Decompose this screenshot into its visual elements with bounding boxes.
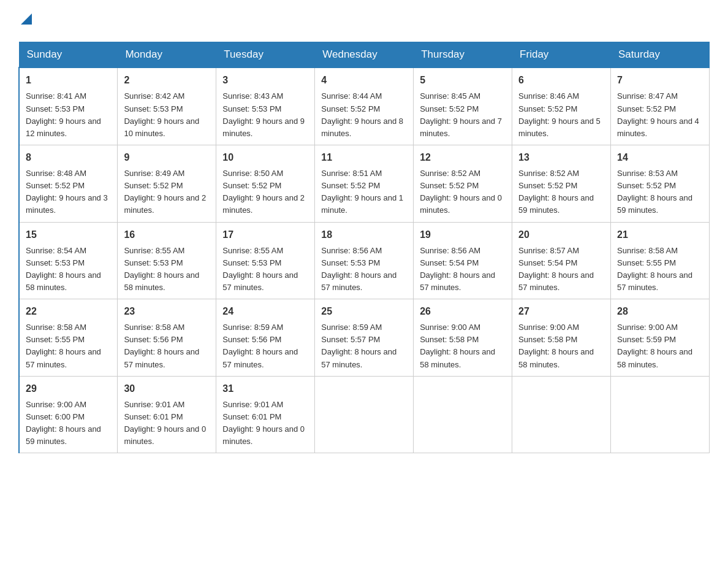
day-info: Sunrise: 8:53 AM Sunset: 5:52 PM Dayligh… xyxy=(617,167,703,217)
day-number: 17 xyxy=(222,228,308,242)
day-number: 12 xyxy=(420,150,506,165)
calendar-week-row: 15 Sunrise: 8:54 AM Sunset: 5:53 PM Dayl… xyxy=(19,222,710,299)
day-number: 19 xyxy=(420,228,506,242)
day-info: Sunrise: 8:58 AM Sunset: 5:55 PM Dayligh… xyxy=(617,245,703,294)
calendar-day-cell: 13 Sunrise: 8:52 AM Sunset: 5:52 PM Dayl… xyxy=(512,145,611,222)
calendar-day-cell: 12 Sunrise: 8:52 AM Sunset: 5:52 PM Dayl… xyxy=(414,145,512,222)
day-number: 16 xyxy=(124,228,210,242)
day-number: 21 xyxy=(617,228,703,242)
calendar-body: 1 Sunrise: 8:41 AM Sunset: 5:53 PM Dayli… xyxy=(19,67,710,453)
day-info: Sunrise: 8:48 AM Sunset: 5:52 PM Dayligh… xyxy=(26,167,111,217)
calendar-day-cell: 2 Sunrise: 8:42 AM Sunset: 5:53 PM Dayli… xyxy=(118,67,216,145)
day-number: 27 xyxy=(518,304,604,319)
calendar-day-cell: 22 Sunrise: 8:58 AM Sunset: 5:55 PM Dayl… xyxy=(19,299,118,377)
header-friday: Friday xyxy=(512,42,611,68)
calendar-day-cell: 17 Sunrise: 8:55 AM Sunset: 5:53 PM Dayl… xyxy=(216,222,315,299)
calendar-day-cell: 19 Sunrise: 8:56 AM Sunset: 5:54 PM Dayl… xyxy=(414,222,512,299)
page-header xyxy=(18,12,710,29)
calendar-week-row: 1 Sunrise: 8:41 AM Sunset: 5:53 PM Dayli… xyxy=(19,67,710,145)
header-thursday: Thursday xyxy=(414,42,512,68)
weekday-header-row: Sunday Monday Tuesday Wednesday Thursday… xyxy=(19,42,710,68)
header-monday: Monday xyxy=(118,42,216,68)
calendar-day-cell: 21 Sunrise: 8:58 AM Sunset: 5:55 PM Dayl… xyxy=(611,222,710,299)
day-number: 23 xyxy=(124,304,210,319)
calendar-day-cell: 4 Sunrise: 8:44 AM Sunset: 5:52 PM Dayli… xyxy=(315,67,414,145)
day-info: Sunrise: 8:45 AM Sunset: 5:52 PM Dayligh… xyxy=(420,90,506,140)
calendar-day-cell: 28 Sunrise: 9:00 AM Sunset: 5:59 PM Dayl… xyxy=(611,299,710,377)
day-number: 7 xyxy=(617,73,703,88)
day-number: 24 xyxy=(222,304,308,319)
calendar-day-cell: 10 Sunrise: 8:50 AM Sunset: 5:52 PM Dayl… xyxy=(216,145,315,222)
day-number: 8 xyxy=(26,150,111,165)
calendar-day-cell: 30 Sunrise: 9:01 AM Sunset: 6:01 PM Dayl… xyxy=(118,376,216,453)
day-info: Sunrise: 8:57 AM Sunset: 5:54 PM Dayligh… xyxy=(518,245,604,294)
day-info: Sunrise: 8:58 AM Sunset: 5:56 PM Dayligh… xyxy=(124,321,210,371)
calendar-week-row: 22 Sunrise: 8:58 AM Sunset: 5:55 PM Dayl… xyxy=(19,299,710,377)
day-number: 22 xyxy=(26,304,111,319)
day-number: 20 xyxy=(518,228,604,242)
day-info: Sunrise: 8:41 AM Sunset: 5:53 PM Dayligh… xyxy=(26,90,111,140)
day-info: Sunrise: 8:47 AM Sunset: 5:52 PM Dayligh… xyxy=(617,90,703,140)
logo xyxy=(18,12,32,29)
day-info: Sunrise: 8:43 AM Sunset: 5:53 PM Dayligh… xyxy=(222,90,308,140)
calendar-day-cell: 23 Sunrise: 8:58 AM Sunset: 5:56 PM Dayl… xyxy=(118,299,216,377)
day-info: Sunrise: 9:00 AM Sunset: 5:59 PM Dayligh… xyxy=(617,321,703,371)
day-info: Sunrise: 8:50 AM Sunset: 5:52 PM Dayligh… xyxy=(222,167,308,217)
day-info: Sunrise: 8:51 AM Sunset: 5:52 PM Dayligh… xyxy=(321,167,407,217)
day-number: 6 xyxy=(518,73,604,88)
calendar-day-cell xyxy=(512,376,611,453)
day-info: Sunrise: 8:56 AM Sunset: 5:54 PM Dayligh… xyxy=(420,245,506,294)
calendar-week-row: 8 Sunrise: 8:48 AM Sunset: 5:52 PM Dayli… xyxy=(19,145,710,222)
day-info: Sunrise: 9:00 AM Sunset: 5:58 PM Dayligh… xyxy=(420,321,506,371)
day-number: 4 xyxy=(321,73,407,88)
day-info: Sunrise: 8:49 AM Sunset: 5:52 PM Dayligh… xyxy=(124,167,210,217)
calendar-day-cell xyxy=(315,376,414,453)
calendar-day-cell: 15 Sunrise: 8:54 AM Sunset: 5:53 PM Dayl… xyxy=(19,222,118,299)
calendar-day-cell: 1 Sunrise: 8:41 AM Sunset: 5:53 PM Dayli… xyxy=(19,67,118,145)
day-number: 26 xyxy=(420,304,506,319)
calendar-day-cell: 6 Sunrise: 8:46 AM Sunset: 5:52 PM Dayli… xyxy=(512,67,611,145)
calendar-week-row: 29 Sunrise: 9:00 AM Sunset: 6:00 PM Dayl… xyxy=(19,376,710,453)
calendar-day-cell: 24 Sunrise: 8:59 AM Sunset: 5:56 PM Dayl… xyxy=(216,299,315,377)
header-tuesday: Tuesday xyxy=(216,42,315,68)
day-number: 5 xyxy=(420,73,506,88)
calendar-day-cell: 20 Sunrise: 8:57 AM Sunset: 5:54 PM Dayl… xyxy=(512,222,611,299)
day-info: Sunrise: 8:42 AM Sunset: 5:53 PM Dayligh… xyxy=(124,90,210,140)
logo-triangle-icon xyxy=(21,12,32,28)
day-info: Sunrise: 8:59 AM Sunset: 5:56 PM Dayligh… xyxy=(222,321,308,371)
day-number: 13 xyxy=(518,150,604,165)
day-info: Sunrise: 8:52 AM Sunset: 5:52 PM Dayligh… xyxy=(518,167,604,217)
day-number: 1 xyxy=(26,73,111,88)
day-number: 25 xyxy=(321,304,407,319)
svg-marker-0 xyxy=(21,13,32,25)
day-info: Sunrise: 8:55 AM Sunset: 5:53 PM Dayligh… xyxy=(222,245,308,294)
day-number: 18 xyxy=(321,228,407,242)
calendar-day-cell: 7 Sunrise: 8:47 AM Sunset: 5:52 PM Dayli… xyxy=(611,67,710,145)
header-sunday: Sunday xyxy=(19,42,118,68)
day-info: Sunrise: 8:59 AM Sunset: 5:57 PM Dayligh… xyxy=(321,321,407,371)
day-info: Sunrise: 9:01 AM Sunset: 6:01 PM Dayligh… xyxy=(222,399,308,448)
calendar-day-cell: 14 Sunrise: 8:53 AM Sunset: 5:52 PM Dayl… xyxy=(611,145,710,222)
header-saturday: Saturday xyxy=(611,42,710,68)
day-number: 14 xyxy=(617,150,703,165)
day-info: Sunrise: 8:52 AM Sunset: 5:52 PM Dayligh… xyxy=(420,167,506,217)
day-info: Sunrise: 9:00 AM Sunset: 6:00 PM Dayligh… xyxy=(26,399,111,448)
day-number: 11 xyxy=(321,150,407,165)
calendar-day-cell: 29 Sunrise: 9:00 AM Sunset: 6:00 PM Dayl… xyxy=(19,376,118,453)
calendar-day-cell: 8 Sunrise: 8:48 AM Sunset: 5:52 PM Dayli… xyxy=(19,145,118,222)
day-number: 29 xyxy=(26,381,111,396)
calendar-day-cell: 25 Sunrise: 8:59 AM Sunset: 5:57 PM Dayl… xyxy=(315,299,414,377)
day-info: Sunrise: 9:01 AM Sunset: 6:01 PM Dayligh… xyxy=(124,399,210,448)
calendar-day-cell: 18 Sunrise: 8:56 AM Sunset: 5:53 PM Dayl… xyxy=(315,222,414,299)
calendar-day-cell: 31 Sunrise: 9:01 AM Sunset: 6:01 PM Dayl… xyxy=(216,376,315,453)
day-info: Sunrise: 8:44 AM Sunset: 5:52 PM Dayligh… xyxy=(321,90,407,140)
calendar-day-cell: 27 Sunrise: 9:00 AM Sunset: 5:58 PM Dayl… xyxy=(512,299,611,377)
header-wednesday: Wednesday xyxy=(315,42,414,68)
day-number: 3 xyxy=(222,73,308,88)
day-info: Sunrise: 8:46 AM Sunset: 5:52 PM Dayligh… xyxy=(518,90,604,140)
day-number: 2 xyxy=(124,73,210,88)
day-info: Sunrise: 8:54 AM Sunset: 5:53 PM Dayligh… xyxy=(26,245,111,294)
day-info: Sunrise: 8:55 AM Sunset: 5:53 PM Dayligh… xyxy=(124,245,210,294)
day-number: 31 xyxy=(222,381,308,396)
calendar-day-cell: 11 Sunrise: 8:51 AM Sunset: 5:52 PM Dayl… xyxy=(315,145,414,222)
